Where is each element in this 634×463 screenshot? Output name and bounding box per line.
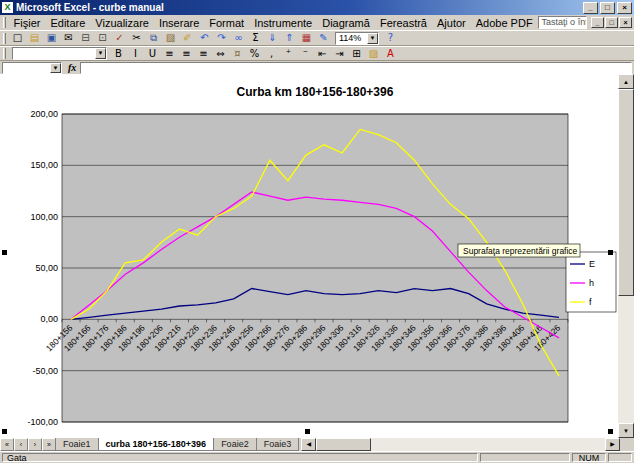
chart-object[interactable]: 200,00150,00100,0050,000,00-50,00-100,00… bbox=[6, 76, 622, 432]
spelling-button[interactable]: ✓ bbox=[111, 31, 128, 45]
redo-button[interactable]: ↷ bbox=[213, 31, 230, 45]
minimize-button[interactable]: _ bbox=[583, 2, 598, 14]
menu-vizualizare[interactable]: Vizualizare bbox=[90, 17, 154, 29]
insert-hyperlink-button[interactable]: ∞ bbox=[230, 31, 247, 45]
horizontal-scroll-track[interactable] bbox=[316, 438, 605, 451]
underline-button[interactable]: U bbox=[144, 47, 161, 61]
vertical-scroll-track[interactable] bbox=[618, 89, 634, 423]
vertical-scroll-thumb[interactable] bbox=[618, 89, 634, 296]
scroll-up-button[interactable]: ▲ bbox=[618, 74, 634, 89]
comma-button[interactable]: , bbox=[263, 47, 280, 61]
insert-function-button[interactable]: fx bbox=[68, 62, 76, 73]
maximize-button[interactable]: □ bbox=[600, 2, 615, 14]
open-button[interactable]: ▤ bbox=[26, 31, 43, 45]
chart-title[interactable]: Curba km 180+156-180+396 bbox=[237, 85, 394, 99]
menu-format[interactable]: Format bbox=[204, 17, 249, 29]
prev-tab-button[interactable]: ‹ bbox=[14, 438, 28, 451]
last-tab-button[interactable]: » bbox=[42, 438, 56, 451]
cut-button[interactable]: ✂ bbox=[128, 31, 145, 45]
scroll-down-button[interactable]: ▼ bbox=[618, 423, 634, 438]
help-button[interactable]: ? bbox=[382, 31, 399, 45]
workbook-restore-button[interactable]: □ bbox=[605, 17, 618, 28]
chart-objects-dropdown-icon[interactable]: ▼ bbox=[95, 48, 106, 59]
paste-button[interactable]: ▨ bbox=[162, 31, 179, 45]
name-box[interactable]: ▼ bbox=[2, 62, 62, 74]
standard-toolbar-grip[interactable] bbox=[3, 33, 6, 44]
horizontal-scroll-thumb[interactable] bbox=[316, 438, 371, 451]
status-panel bbox=[608, 453, 632, 462]
horizontal-scrollbar[interactable]: ◀ ▶ bbox=[301, 438, 620, 451]
chart-wizard-button[interactable]: ▦ bbox=[298, 31, 315, 45]
copy-button[interactable]: ⧉ bbox=[145, 31, 162, 45]
formula-bar: ▼ fx bbox=[0, 61, 634, 74]
close-button[interactable]: × bbox=[617, 2, 632, 14]
chart-resize-handle[interactable] bbox=[2, 429, 7, 434]
menu-inserare[interactable]: Inserare bbox=[154, 17, 204, 29]
menu-instrumente[interactable]: Instrumente bbox=[249, 17, 317, 29]
menu-adobe-pdf[interactable]: Adobe PDF bbox=[471, 17, 538, 29]
menu-fisier[interactable]: Fişier bbox=[9, 17, 46, 29]
zoom-combo[interactable]: 114% ▼ bbox=[335, 32, 379, 45]
percent-button[interactable]: % bbox=[246, 47, 263, 61]
print-preview-button[interactable]: ⊡ bbox=[94, 31, 111, 45]
menu-diagrama[interactable]: Diagramă bbox=[317, 17, 375, 29]
decrease-decimal-button[interactable]: ⁻ bbox=[297, 47, 314, 61]
toolbar-icon: % bbox=[250, 48, 260, 60]
increase-indent-button[interactable]: ⇥ bbox=[331, 47, 348, 61]
toolbar-icon: ⁺ bbox=[286, 48, 291, 60]
print-button[interactable]: ⊟ bbox=[77, 31, 94, 45]
scroll-right-button[interactable]: ▶ bbox=[605, 438, 620, 451]
fill-color-button[interactable]: ▨ bbox=[365, 47, 382, 61]
first-tab-button[interactable]: « bbox=[0, 438, 14, 451]
align-right-button[interactable]: ≡ bbox=[195, 47, 212, 61]
tab-foaie2[interactable]: Foaie2 bbox=[213, 438, 257, 451]
workbook-close-button[interactable]: × bbox=[619, 17, 632, 28]
title-bar: X Microsoft Excel - curbe manual _ □ × bbox=[0, 0, 634, 15]
tab-curba-180[interactable]: curba 180+156-180+396 bbox=[98, 438, 215, 451]
align-center-button[interactable]: ≡ bbox=[178, 47, 195, 61]
chart-area-tooltip-text: Suprafaţa reprezentării grafice bbox=[463, 246, 578, 256]
toolbar-icon: ? bbox=[388, 32, 393, 44]
bold-button[interactable]: B bbox=[110, 47, 127, 61]
currency-button[interactable]: ¤ bbox=[229, 47, 246, 61]
format-painter-button[interactable]: ✐ bbox=[179, 31, 196, 45]
toolbar-icon: I bbox=[134, 48, 137, 60]
name-box-dropdown-icon[interactable]: ▼ bbox=[50, 63, 61, 73]
formatting-toolbar-grip[interactable] bbox=[3, 48, 6, 59]
menu-fereastra[interactable]: Fereastră bbox=[375, 17, 432, 29]
autosum-button[interactable]: Σ bbox=[247, 31, 264, 45]
menu-ajutor[interactable]: Ajutor bbox=[432, 17, 471, 29]
sort-descending-button[interactable]: ⇑ bbox=[281, 31, 298, 45]
chart-resize-handle[interactable] bbox=[305, 429, 310, 434]
drawing-button[interactable]: ✎ bbox=[315, 31, 332, 45]
y-axis-label: 100,00 bbox=[30, 212, 58, 222]
formula-input[interactable] bbox=[80, 62, 632, 74]
chart-resize-handle[interactable] bbox=[608, 429, 613, 434]
ask-question-box[interactable]: Tastaţi o întrebare bbox=[538, 16, 587, 29]
vertical-scrollbar[interactable]: ▲ ▼ bbox=[618, 74, 634, 438]
chart-objects-combo[interactable]: ▼ bbox=[12, 47, 107, 60]
tab-foaie3[interactable]: Foaie3 bbox=[256, 438, 300, 451]
y-axis-label: 0,00 bbox=[40, 314, 58, 324]
email-button[interactable]: ✉ bbox=[60, 31, 77, 45]
sort-ascending-button[interactable]: ⇓ bbox=[264, 31, 281, 45]
chart-resize-handle[interactable] bbox=[608, 250, 613, 255]
decrease-indent-button[interactable]: ⇤ bbox=[314, 47, 331, 61]
menubar-grip[interactable] bbox=[3, 17, 6, 28]
workbook-minimize-button[interactable]: _ bbox=[591, 17, 604, 28]
font-color-button[interactable]: A bbox=[382, 47, 399, 61]
increase-decimal-button[interactable]: ⁺ bbox=[280, 47, 297, 61]
menu-editare[interactable]: Editare bbox=[45, 17, 90, 29]
borders-button[interactable]: ⊞ bbox=[348, 47, 365, 61]
chart-resize-handle[interactable] bbox=[2, 250, 7, 255]
next-tab-button[interactable]: › bbox=[28, 438, 42, 451]
italic-button[interactable]: I bbox=[127, 47, 144, 61]
tab-foaie1[interactable]: Foaie1 bbox=[55, 438, 99, 451]
align-left-button[interactable]: ≡ bbox=[161, 47, 178, 61]
undo-button[interactable]: ↶ bbox=[196, 31, 213, 45]
new-button[interactable]: □ bbox=[9, 31, 26, 45]
scroll-left-button[interactable]: ◀ bbox=[301, 438, 316, 451]
merge-center-button[interactable]: ⇔ bbox=[212, 47, 229, 61]
save-button[interactable]: ▣ bbox=[43, 31, 60, 45]
zoom-dropdown-icon[interactable]: ▼ bbox=[367, 33, 378, 44]
